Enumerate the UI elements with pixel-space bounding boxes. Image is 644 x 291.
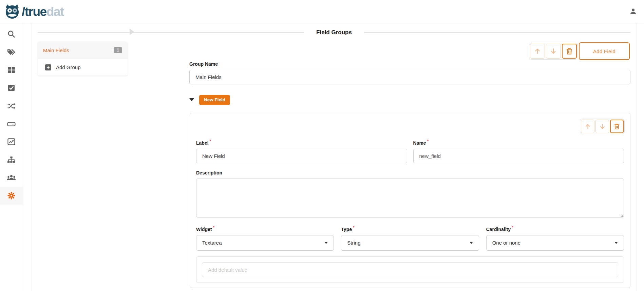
group-toolbar: Add Field bbox=[529, 42, 630, 60]
page-title: Field Groups bbox=[304, 29, 364, 36]
chevron-down-icon bbox=[614, 242, 618, 244]
name-field-label: Name* bbox=[413, 139, 624, 146]
type-selected-value: String bbox=[347, 240, 360, 246]
gear-icon bbox=[7, 192, 15, 200]
delete-field-button[interactable] bbox=[610, 120, 624, 133]
sidebar-item-settings[interactable] bbox=[0, 187, 23, 205]
field-label-input[interactable] bbox=[196, 149, 407, 163]
arrow-up-icon bbox=[535, 48, 540, 54]
field-move-delete-buttons bbox=[580, 119, 625, 134]
field-label-block: Label* bbox=[196, 139, 407, 163]
shuffle-icon bbox=[7, 103, 16, 109]
add-field-button[interactable]: Add Field bbox=[579, 42, 630, 60]
group-list-item-main-fields[interactable]: Main Fields 1 bbox=[38, 42, 128, 59]
move-field-up-button[interactable] bbox=[581, 120, 594, 133]
title-rule-left bbox=[38, 32, 304, 33]
selected-group-chevron-icon bbox=[130, 28, 134, 35]
sidebar-item-tags[interactable] bbox=[0, 43, 23, 61]
trash-icon bbox=[614, 123, 620, 129]
widget-selected-value: Textarea bbox=[202, 240, 222, 246]
sidebar-item-structures[interactable] bbox=[0, 115, 23, 133]
add-group-label: Add Group bbox=[56, 64, 81, 70]
chevron-down-icon bbox=[324, 242, 328, 244]
field-section-header: New Field bbox=[189, 95, 230, 105]
app: /truedat bbox=[0, 0, 644, 291]
widget-block: Widget* Textarea bbox=[196, 225, 334, 251]
widget-select[interactable]: Textarea bbox=[196, 235, 334, 251]
required-asterisk: * bbox=[210, 139, 211, 144]
default-value-input[interactable] bbox=[202, 262, 618, 277]
sidebar-nav bbox=[0, 23, 23, 291]
widget-label: Widget* bbox=[196, 225, 334, 232]
truedat-logo[interactable]: /truedat bbox=[4, 4, 64, 19]
users-icon bbox=[7, 174, 16, 181]
field-name-block: Name* bbox=[413, 139, 624, 163]
field-toolbar bbox=[580, 119, 625, 134]
cardinality-selected-value: One or none bbox=[492, 240, 520, 246]
sitemap-icon bbox=[7, 156, 16, 163]
search-icon bbox=[7, 30, 15, 38]
group-move-delete-buttons bbox=[529, 43, 578, 60]
user-icon bbox=[630, 8, 637, 15]
tags-icon bbox=[7, 48, 16, 56]
default-value-group bbox=[196, 256, 624, 283]
required-asterisk: * bbox=[353, 225, 355, 230]
group-name-label: Group Name bbox=[189, 61, 630, 67]
drive-icon bbox=[7, 121, 16, 127]
plus-square-icon: + bbox=[45, 64, 51, 70]
field-editor-card: Label* Name* Description Widget* Textare… bbox=[190, 113, 630, 288]
group-field-count-badge: 1 bbox=[114, 47, 122, 53]
arrow-down-icon bbox=[600, 124, 605, 129]
required-asterisk: * bbox=[213, 225, 215, 230]
field-name-input[interactable] bbox=[413, 149, 624, 163]
chevron-down-icon bbox=[470, 242, 473, 244]
owl-icon bbox=[4, 4, 20, 19]
sidebar-item-lineage[interactable] bbox=[0, 97, 23, 115]
chart-line-icon bbox=[7, 138, 15, 145]
description-label: Description bbox=[196, 170, 624, 175]
trash-icon bbox=[566, 48, 572, 55]
group-name-input[interactable] bbox=[189, 70, 630, 84]
grid-icon bbox=[7, 66, 15, 74]
type-block: Type* String bbox=[341, 225, 479, 251]
required-asterisk: * bbox=[427, 139, 429, 144]
user-menu-button[interactable] bbox=[628, 7, 638, 16]
cardinality-block: Cardinality* One or none bbox=[486, 225, 624, 251]
sidebar-item-search[interactable] bbox=[0, 25, 23, 43]
top-header: /truedat bbox=[0, 0, 644, 23]
title-rule-right bbox=[364, 32, 630, 33]
description-textarea[interactable] bbox=[196, 179, 624, 217]
logo-wordmark: /truedat bbox=[22, 5, 64, 18]
check-square-icon bbox=[8, 84, 15, 91]
sidebar-item-dashboards[interactable] bbox=[0, 133, 23, 151]
cardinality-label: Cardinality* bbox=[486, 225, 624, 232]
cardinality-select[interactable]: One or none bbox=[486, 235, 624, 251]
required-asterisk: * bbox=[512, 225, 513, 230]
arrow-up-icon bbox=[585, 124, 590, 129]
label-field-label: Label* bbox=[196, 139, 407, 146]
description-block: Description bbox=[196, 170, 624, 219]
add-group-button[interactable]: + Add Group bbox=[38, 59, 128, 76]
move-group-up-button[interactable] bbox=[530, 44, 545, 59]
sidebar-item-taxonomy[interactable] bbox=[0, 151, 23, 169]
delete-group-button[interactable] bbox=[562, 44, 577, 59]
type-label: Type* bbox=[341, 225, 479, 232]
field-section-badge: New Field bbox=[199, 95, 230, 105]
label-name-row: Label* Name* bbox=[196, 139, 624, 163]
main-panel: Field Groups Main Fields 1 + Add Group bbox=[32, 23, 637, 291]
group-name-field: Group Name bbox=[189, 61, 630, 84]
widget-type-cardinality-row: Widget* Textarea Type* String Cardinalit… bbox=[196, 225, 624, 251]
sidebar-item-permissions[interactable] bbox=[0, 169, 23, 187]
sidebar-item-rules[interactable] bbox=[0, 79, 23, 97]
sidebar-item-grid[interactable] bbox=[0, 61, 23, 79]
type-select[interactable]: String bbox=[341, 235, 479, 251]
group-item-label: Main Fields bbox=[43, 47, 69, 53]
move-group-down-button[interactable] bbox=[546, 44, 561, 59]
arrow-down-icon bbox=[551, 48, 556, 54]
field-groups-list: Main Fields 1 + Add Group bbox=[38, 42, 128, 76]
move-field-down-button[interactable] bbox=[595, 120, 609, 133]
caret-down-icon[interactable] bbox=[189, 98, 194, 101]
page-title-row: Field Groups bbox=[38, 29, 630, 36]
